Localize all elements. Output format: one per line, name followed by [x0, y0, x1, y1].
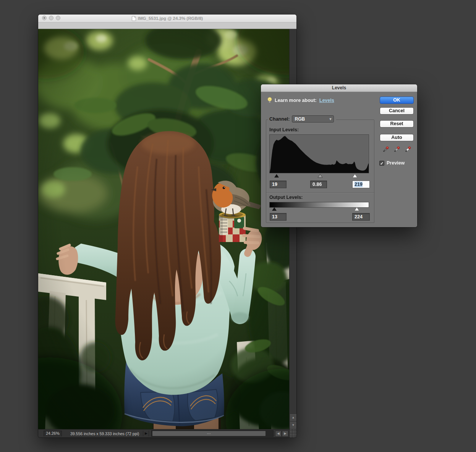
- input-gamma-value: 0.86: [312, 182, 322, 187]
- resize-grip[interactable]: [289, 429, 296, 437]
- flyout-arrow-icon: ▶: [145, 431, 147, 435]
- canvas-margin-strip: [38, 23, 296, 29]
- output-highlight-value: 224: [355, 214, 363, 220]
- preview-label: Preview: [387, 160, 405, 166]
- ok-button[interactable]: OK: [380, 97, 414, 104]
- output-shadow-field[interactable]: 13: [270, 213, 287, 221]
- dropdown-arrow-icon: ▾: [329, 117, 331, 121]
- scroll-left-icon: ◀: [277, 432, 279, 435]
- input-levels-label: Input Levels:: [269, 127, 299, 132]
- photo-image: [38, 29, 289, 429]
- input-shadow-value: 19: [272, 182, 277, 187]
- output-levels-label: Output Levels:: [269, 195, 303, 200]
- white-point-eyedropper-icon[interactable]: [404, 146, 411, 153]
- black-point-eyedropper-icon[interactable]: [382, 146, 389, 153]
- document-size-text: 39.556 inches x 59.333 inches (72 ppi): [70, 431, 139, 436]
- scroll-down-icon: ▼: [292, 423, 295, 427]
- lightbulb-icon: [267, 97, 272, 103]
- window-title: IMG_5531.jpg @ 24.3% (RGB/8): [132, 16, 203, 21]
- gray-point-eyedropper-icon[interactable]: [393, 146, 400, 153]
- output-shadow-value: 13: [272, 214, 277, 220]
- dialog-titlebar[interactable]: Levels: [261, 84, 417, 92]
- preview-option: ✓ Preview: [379, 160, 405, 166]
- input-highlight-slider[interactable]: [352, 174, 358, 178]
- channel-row: Channel: RGB ▾: [268, 115, 336, 123]
- eyedropper-tools: [382, 146, 411, 153]
- channel-value: RGB: [295, 116, 305, 122]
- separator-line: [266, 192, 374, 193]
- output-highlight-field[interactable]: 224: [352, 213, 370, 221]
- output-slider-track: [269, 207, 369, 211]
- zoom-button[interactable]: [56, 16, 60, 20]
- auto-button[interactable]: Auto: [380, 134, 414, 141]
- scroll-right-icon: ▶: [284, 432, 286, 435]
- minimize-button[interactable]: [49, 16, 53, 20]
- histogram-shape: [270, 136, 369, 173]
- document-content: ▲ ▼: [38, 29, 296, 429]
- window-titlebar[interactable]: IMG_5531.jpg @ 24.3% (RGB/8): [38, 15, 296, 23]
- input-shadow-field[interactable]: 19: [270, 181, 287, 188]
- learn-more-link[interactable]: Levels: [319, 98, 334, 103]
- channel-label: Channel:: [269, 116, 290, 122]
- learn-more-label: Learn more about:: [275, 98, 317, 103]
- input-gamma-field[interactable]: 0.86: [310, 181, 327, 188]
- reset-button[interactable]: Reset: [380, 120, 414, 128]
- cancel-button[interactable]: Cancel: [380, 107, 414, 115]
- scroll-down-button[interactable]: ▼: [290, 421, 296, 429]
- zoom-level-field[interactable]: 24.26%: [44, 431, 62, 436]
- levels-dialog: Levels Learn more about: Levels OK Cance…: [261, 84, 417, 227]
- output-highlight-slider[interactable]: [354, 207, 359, 211]
- preview-checkbox[interactable]: ✓: [379, 161, 384, 166]
- input-shadow-slider[interactable]: [274, 174, 279, 178]
- input-highlight-value: 219: [355, 182, 363, 187]
- document-icon: [132, 16, 136, 21]
- output-shadow-slider[interactable]: [272, 207, 277, 211]
- input-slider-track: [269, 174, 369, 178]
- dialog-title: Levels: [332, 85, 346, 90]
- document-window: IMG_5531.jpg @ 24.3% (RGB/8): [38, 15, 296, 437]
- scroll-left-button[interactable]: ◀: [275, 431, 282, 437]
- horizontal-scrollbar[interactable]: •••: [151, 430, 274, 437]
- channel-dropdown[interactable]: RGB ▾: [292, 115, 334, 123]
- input-highlight-field[interactable]: 219: [352, 181, 370, 188]
- traffic-lights: [42, 16, 60, 20]
- close-button[interactable]: [42, 16, 47, 20]
- histogram: [269, 134, 369, 173]
- photo-canvas[interactable]: [38, 29, 289, 429]
- checkmark-icon: ✓: [380, 161, 384, 166]
- learn-more-row: Learn more about: Levels: [267, 97, 334, 103]
- horizontal-scrollbar-thumb[interactable]: •••: [152, 431, 265, 436]
- app-background: { "app": { "background": "#3e3e3e" }, "d…: [0, 0, 476, 452]
- input-gamma-slider[interactable]: [317, 174, 323, 178]
- dialog-body: Learn more about: Levels OK Cancel Reset…: [261, 92, 417, 227]
- status-bar: 24.26% 39.556 inches x 59.333 inches (72…: [38, 429, 296, 437]
- scroll-right-button[interactable]: ▶: [282, 431, 288, 437]
- window-title-text: IMG_5531.jpg @ 24.3% (RGB/8): [138, 16, 203, 21]
- status-flyout-button[interactable]: ▶: [143, 431, 149, 436]
- scroll-up-button[interactable]: ▲: [290, 413, 296, 421]
- scroll-up-icon: ▲: [292, 416, 295, 419]
